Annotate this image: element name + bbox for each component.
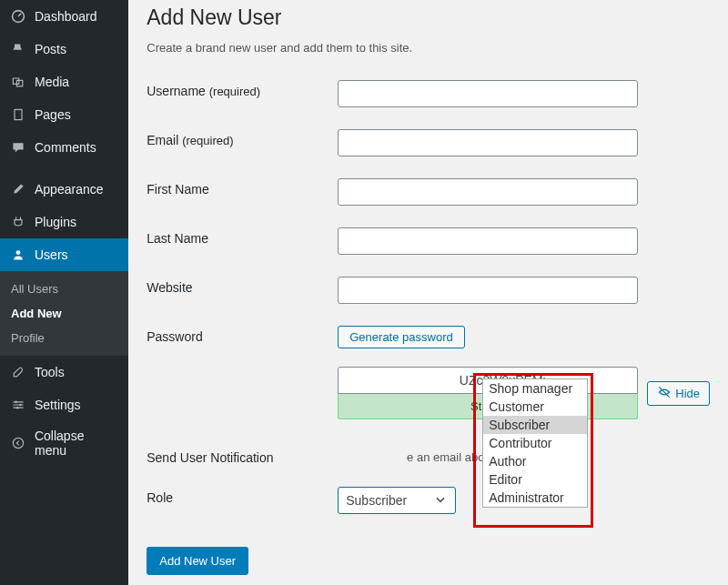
sliders-icon <box>9 396 27 414</box>
eye-slash-icon <box>657 385 672 402</box>
sidebar-item-tools[interactable]: Tools <box>0 356 128 388</box>
sidebar-item-dashboard[interactable]: Dashboard <box>0 0 128 33</box>
plug-icon <box>9 213 27 231</box>
lastname-label: Last Name <box>147 227 338 246</box>
sidebar-item-plugins[interactable]: Plugins <box>0 206 128 238</box>
submenu-add-new[interactable]: Add New <box>0 301 128 326</box>
notification-label: Send User Notification <box>147 447 338 465</box>
svg-point-4 <box>19 404 21 406</box>
role-option[interactable]: Author <box>483 452 587 470</box>
sidebar-item-users[interactable]: Users <box>0 238 128 271</box>
submenu-profile[interactable]: Profile <box>0 326 128 350</box>
username-label: Username (required) <box>147 80 338 98</box>
brush-icon <box>9 180 27 198</box>
sidebar-label: Tools <box>35 365 65 379</box>
svg-point-5 <box>16 407 18 408</box>
admin-sidebar: Dashboard Posts Media Pages Comments App… <box>0 0 128 585</box>
collapse-icon <box>9 434 27 452</box>
svg-point-2 <box>16 250 21 255</box>
sidebar-label: Appearance <box>35 182 104 197</box>
role-option[interactable]: Editor <box>483 470 587 489</box>
sidebar-item-media[interactable]: Media <box>0 66 128 98</box>
svg-point-6 <box>13 438 23 448</box>
svg-rect-1 <box>15 109 22 119</box>
sidebar-label: Collapse menu <box>35 429 119 458</box>
sidebar-label: Dashboard <box>35 9 97 24</box>
sidebar-item-posts[interactable]: Posts <box>0 33 128 66</box>
role-label: Role <box>147 487 338 505</box>
submenu-all-users[interactable]: All Users <box>0 277 128 301</box>
role-option[interactable]: Subscriber <box>483 416 587 434</box>
website-label: Website <box>147 277 338 295</box>
sidebar-item-settings[interactable]: Settings <box>0 388 128 421</box>
page-description: Create a brand new user and add them to … <box>147 41 710 55</box>
wrench-icon <box>9 363 27 381</box>
sidebar-item-pages[interactable]: Pages <box>0 98 128 131</box>
user-icon <box>9 246 27 264</box>
sidebar-label: Comments <box>35 140 96 155</box>
sidebar-label: Pages <box>35 107 71 122</box>
role-option[interactable]: Contributor <box>483 434 587 452</box>
role-select[interactable]: Subscriber <box>338 487 456 514</box>
email-label: Email (required) <box>147 129 338 147</box>
comment-icon <box>9 138 27 156</box>
sidebar-label: Plugins <box>35 215 76 229</box>
sidebar-label: Users <box>35 247 68 262</box>
username-input[interactable] <box>338 80 638 107</box>
pin-icon <box>9 40 27 58</box>
sidebar-label: Settings <box>35 398 81 412</box>
sidebar-label: Media <box>35 75 69 89</box>
firstname-input[interactable] <box>338 178 638 206</box>
sidebar-label: Posts <box>35 42 66 56</box>
role-option[interactable]: Customer <box>483 398 587 416</box>
role-dropdown-list: Shop manager Customer Subscriber Contrib… <box>482 378 588 508</box>
lastname-input[interactable] <box>338 227 638 255</box>
media-icon <box>9 73 27 91</box>
password-label: Password <box>147 326 338 344</box>
generate-password-button[interactable]: Generate password <box>338 326 464 348</box>
page-title: Add New User <box>147 5 710 30</box>
website-input[interactable] <box>338 277 638 304</box>
dashboard-icon <box>9 7 27 25</box>
firstname-label: First Name <box>147 178 338 197</box>
page-icon <box>9 106 27 124</box>
main-content: Add New User Create a brand new user and… <box>128 0 728 585</box>
chevron-down-icon <box>433 492 448 509</box>
users-submenu: All Users Add New Profile <box>0 271 128 356</box>
add-new-user-button[interactable]: Add New User <box>147 547 248 575</box>
sidebar-item-comments[interactable]: Comments <box>0 131 128 164</box>
role-option[interactable]: Shop manager <box>483 379 587 398</box>
sidebar-collapse[interactable]: Collapse menu <box>0 421 128 465</box>
sidebar-item-appearance[interactable]: Appearance <box>0 173 128 206</box>
hide-password-button[interactable]: Hide <box>647 381 710 406</box>
role-option[interactable]: Administrator <box>483 489 587 507</box>
svg-point-3 <box>15 401 16 403</box>
email-input[interactable] <box>338 129 638 156</box>
